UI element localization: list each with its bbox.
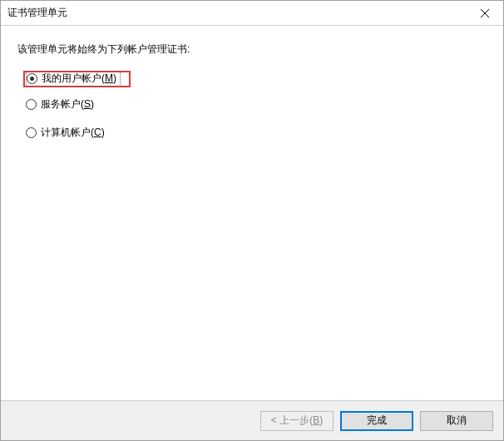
finish-button[interactable]: 完成 (340, 411, 413, 431)
titlebar: 证书管理单元 (1, 1, 503, 26)
radio-icon (27, 73, 37, 84)
window-title: 证书管理单元 (1, 6, 466, 20)
button-bar: < 上一步(B) 完成 取消 (1, 400, 503, 440)
close-button[interactable] (466, 1, 503, 25)
radio-option-computer[interactable]: 计算机帐户(C) (26, 125, 487, 141)
radio-label-service: 服务帐户(S) (41, 97, 94, 111)
radio-icon (26, 127, 37, 138)
account-radio-group: 我的用户帐户(M) 服务帐户(S) 计算机帐户(C) (17, 72, 487, 141)
instruction-text: 该管理单元将始终为下列帐户管理证书: (17, 42, 487, 57)
radio-label-computer: 计算机帐户(C) (41, 126, 105, 140)
cancel-button[interactable]: 取消 (420, 411, 493, 431)
radio-label-my-user: 我的用户帐户(M) (42, 72, 116, 86)
back-button: < 上一步(B) (260, 411, 334, 431)
content-area: 该管理单元将始终为下列帐户管理证书: 我的用户帐户(M) 服务帐户(S) 计算机… (1, 26, 503, 400)
radio-icon (26, 99, 37, 110)
dialog-window: 证书管理单元 该管理单元将始终为下列帐户管理证书: 我的用户帐户(M) 服务帐户… (0, 0, 504, 441)
close-icon (481, 9, 489, 17)
radio-option-my-user[interactable]: 我的用户帐户(M) (23, 71, 131, 87)
radio-option-service[interactable]: 服务帐户(S) (26, 97, 487, 113)
